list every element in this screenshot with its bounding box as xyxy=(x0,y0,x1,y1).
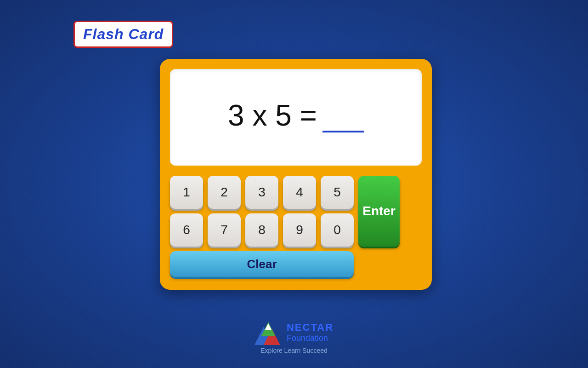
btn-2[interactable]: 2 xyxy=(208,176,241,209)
btn-1[interactable]: 1 xyxy=(170,176,203,209)
nectar-logo-row: NECTAR Foundation xyxy=(254,320,334,345)
keypad: 1 2 3 4 5 6 7 8 9 0 Clear Enter xyxy=(170,176,422,277)
keypad-row-1: 1 2 3 4 5 xyxy=(170,176,354,209)
nectar-logo: NECTAR Foundation Explore Learn Succeed xyxy=(254,320,334,354)
flash-card-title-text: Flash Card xyxy=(83,26,164,42)
answer-area xyxy=(322,98,364,132)
btn-6[interactable]: 6 xyxy=(170,213,203,247)
nectar-text-block: NECTAR Foundation xyxy=(287,322,334,343)
keypad-row-3: Clear xyxy=(170,251,354,277)
equation-text: 3 x 5 = xyxy=(228,98,317,132)
btn-7[interactable]: 7 xyxy=(208,213,241,247)
calculator: 3 x 5 = 1 2 3 4 5 6 7 8 xyxy=(160,59,432,290)
equation-display: 3 x 5 = xyxy=(228,98,364,132)
display-screen: 3 x 5 = xyxy=(170,69,422,166)
enter-button[interactable]: Enter xyxy=(358,176,400,247)
nectar-name: NECTAR xyxy=(287,322,334,334)
keypad-numbers: 1 2 3 4 5 6 7 8 9 0 Clear xyxy=(170,176,354,277)
keypad-main: 1 2 3 4 5 6 7 8 9 0 Clear Enter xyxy=(170,176,422,277)
btn-4[interactable]: 4 xyxy=(283,176,316,209)
btn-5[interactable]: 5 xyxy=(321,176,354,209)
btn-9[interactable]: 9 xyxy=(283,213,316,247)
btn-8[interactable]: 8 xyxy=(245,213,278,247)
nectar-foundation: Foundation xyxy=(287,334,334,343)
flash-card-title-box: Flash Card xyxy=(74,21,173,48)
clear-button[interactable]: Clear xyxy=(170,251,354,277)
btn-0[interactable]: 0 xyxy=(321,213,354,247)
nectar-tagline: Explore Learn Succeed xyxy=(260,347,328,354)
keypad-row-2: 6 7 8 9 0 xyxy=(170,213,354,247)
nectar-triangle-icon xyxy=(254,320,282,345)
btn-3[interactable]: 3 xyxy=(245,176,278,209)
answer-underline xyxy=(322,131,364,132)
